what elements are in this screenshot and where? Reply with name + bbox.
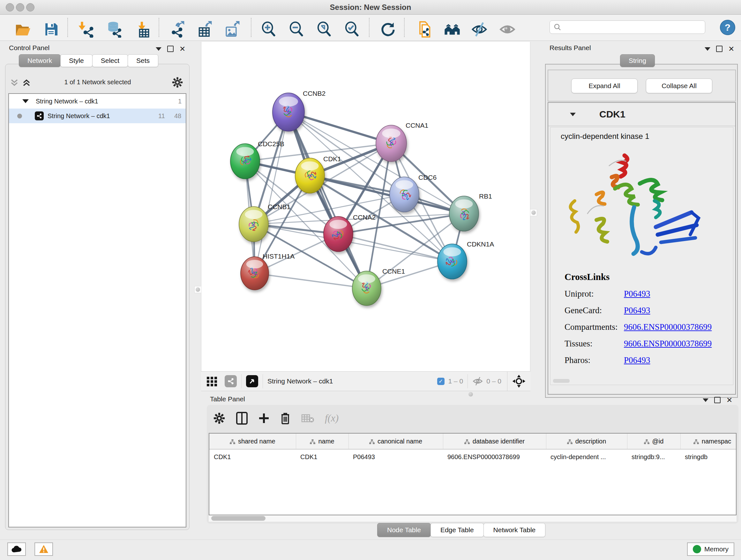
network-edge[interactable]	[255, 273, 367, 288]
horizontal-splitter-handle[interactable]	[468, 392, 473, 396]
function-builder-icon[interactable]: f(x)	[325, 413, 339, 424]
crosslink-link[interactable]: P06493	[624, 289, 650, 299]
network-collection-row[interactable]: String Network – cdk1 1	[9, 94, 186, 109]
panel-close-icon[interactable]: ✕	[179, 46, 185, 51]
main-toolbar: ?	[0, 15, 741, 41]
delete-column-icon[interactable]	[280, 412, 290, 424]
search-input[interactable]	[564, 23, 705, 31]
crosslink-link[interactable]: P06493	[624, 355, 650, 365]
left-splitter-handle[interactable]	[194, 286, 201, 293]
copy-network-icon[interactable]	[415, 20, 433, 38]
collection-disclosure-icon[interactable]	[22, 99, 29, 103]
crosslinks-block: CrossLinks Uniprot: P06493 GeneCard: P06…	[564, 272, 712, 365]
section-disclosure-icon[interactable]	[570, 113, 576, 116]
warnings-button[interactable]	[35, 543, 53, 556]
panel-close-icon[interactable]: ✕	[728, 46, 734, 51]
import-network-database-icon[interactable]	[105, 20, 123, 38]
export-table-icon[interactable]	[196, 20, 213, 38]
help-icon[interactable]: ?	[720, 20, 735, 35]
tab-sets[interactable]: Sets	[128, 54, 158, 67]
panel-close-icon[interactable]: ✕	[726, 397, 732, 402]
network-node-hist1h1a[interactable]	[241, 257, 269, 290]
panel-menu-icon[interactable]	[703, 398, 709, 402]
refresh-icon[interactable]	[379, 20, 397, 38]
panel-float-icon[interactable]	[167, 46, 174, 52]
crosslink-link[interactable]: 9606.ENSP00000378699	[624, 322, 712, 332]
application-window: Session: New Session	[0, 0, 741, 560]
results-scrollbar[interactable]	[553, 379, 569, 383]
network-node-ccnb1[interactable]	[239, 206, 268, 242]
show-all-eye-icon[interactable]	[498, 20, 516, 38]
tab-node-table[interactable]: Node Table	[377, 523, 431, 537]
import-table-icon[interactable]	[134, 20, 152, 38]
network-node-ccne1[interactable]	[352, 271, 381, 306]
results-tab-string[interactable]: String	[620, 54, 655, 67]
tab-network-table[interactable]: Network Table	[483, 523, 546, 537]
collapse-all-button[interactable]: Collapse All	[646, 78, 712, 93]
save-session-icon[interactable]	[42, 20, 60, 38]
export-image-icon[interactable]	[223, 20, 241, 38]
network-node-cdk1[interactable]	[295, 158, 325, 193]
import-network-file-icon[interactable]	[77, 20, 95, 38]
panel-float-icon[interactable]	[714, 397, 721, 403]
network-canvas[interactable]: CCNB2CCNA1CDC25BCDK1CDC6RB1CCNB1CCNA2CDK…	[201, 42, 530, 371]
network-options-gear-icon[interactable]	[172, 77, 183, 88]
table-header-row: shared name name canonical name database…	[209, 434, 737, 449]
table-options-gear-icon[interactable]	[213, 412, 225, 424]
memory-button[interactable]: Memory	[687, 543, 734, 556]
table-horizontal-scrollbar[interactable]	[209, 515, 737, 522]
tab-style[interactable]: Style	[60, 54, 92, 67]
network-node-rb1[interactable]	[449, 196, 479, 231]
right-splitter-handle[interactable]	[530, 209, 537, 216]
column-header[interactable]: @id	[627, 434, 680, 449]
network-status-dot	[17, 114, 22, 118]
column-header[interactable]: name	[296, 434, 348, 449]
toolbar-separator	[404, 18, 405, 37]
tab-select[interactable]: Select	[92, 54, 128, 67]
tab-edge-table[interactable]: Edge Table	[430, 523, 484, 537]
open-in-window-icon[interactable]	[246, 375, 258, 387]
export-network-icon[interactable]	[169, 20, 186, 38]
zoom-selected-icon[interactable]	[343, 20, 361, 38]
network-node-cdc6[interactable]	[390, 177, 419, 212]
network-edge[interactable]	[288, 112, 367, 288]
table-row[interactable]: CDK1 CDK1 P06493 9606.ENSP00000378699 cy…	[209, 449, 737, 464]
birds-eye-view-icon[interactable]	[512, 374, 526, 388]
column-header[interactable]: namespac	[680, 434, 737, 449]
crosslink-link[interactable]: 9606.ENSP00000378699	[624, 339, 712, 349]
selected-checkbox-icon[interactable]: ✓	[437, 378, 445, 385]
panel-float-icon[interactable]	[716, 46, 723, 52]
search-field[interactable]	[549, 20, 705, 34]
column-header[interactable]: canonical name	[348, 434, 443, 449]
network-node-ccnb2[interactable]	[273, 93, 305, 131]
column-header[interactable]: shared name	[209, 434, 296, 449]
network-node-cdc25b[interactable]	[230, 144, 260, 179]
crosslink-link[interactable]: P06493	[624, 306, 650, 315]
column-header[interactable]: database identifier	[443, 434, 546, 449]
delete-table-icon[interactable]	[301, 414, 314, 423]
open-session-icon[interactable]	[13, 20, 31, 38]
zoom-fit-icon[interactable]	[316, 20, 333, 38]
cloud-button[interactable]	[7, 543, 26, 556]
zoom-out-icon[interactable]	[288, 20, 306, 38]
network-node-cdkn1a[interactable]	[437, 244, 467, 279]
network-node-ccna2[interactable]	[324, 216, 353, 252]
column-header[interactable]: description	[546, 434, 627, 449]
tab-network[interactable]: Network	[19, 54, 61, 67]
hidden-eye-icon[interactable]	[472, 376, 483, 386]
network-edge[interactable]	[255, 112, 288, 273]
hide-selected-eye-icon[interactable]	[470, 20, 488, 38]
network-share-view-icon[interactable]	[225, 375, 237, 387]
scrollbar-thumb[interactable]	[211, 516, 266, 521]
add-column-icon[interactable]	[259, 413, 269, 424]
network-node-ccna1[interactable]	[376, 125, 407, 162]
zoom-in-icon[interactable]	[260, 20, 278, 38]
gene-section-header[interactable]: CDK1	[548, 103, 735, 126]
show-columns-icon[interactable]	[236, 412, 248, 425]
first-neighbors-icon[interactable]	[443, 20, 461, 38]
expand-all-button[interactable]: Expand All	[571, 78, 637, 93]
grid-view-icon[interactable]	[206, 375, 218, 387]
panel-menu-icon[interactable]	[156, 47, 161, 51]
panel-menu-icon[interactable]	[704, 47, 711, 51]
network-row-selected[interactable]: String Network – cdk1 11 48	[9, 109, 186, 123]
